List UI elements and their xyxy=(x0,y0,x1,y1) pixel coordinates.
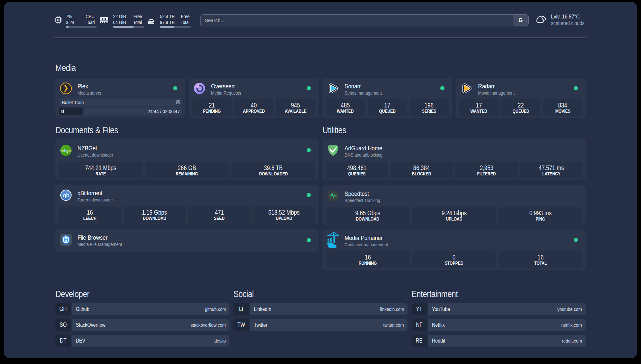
svg-text:nzbget: nzbget xyxy=(60,149,72,153)
svg-text:qb: qb xyxy=(63,192,69,198)
